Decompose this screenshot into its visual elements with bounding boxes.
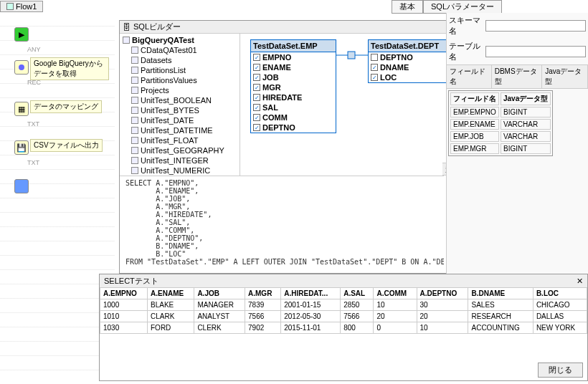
source-node-label: Google BigQueryからデータを取得 xyxy=(30,57,109,80)
entity-column[interactable]: ✓JOB xyxy=(251,72,336,82)
checkbox-icon[interactable]: ✓ xyxy=(253,124,260,131)
checkbox-icon[interactable]: ✓ xyxy=(253,114,260,121)
checkbox-icon[interactable]: ✓ xyxy=(253,94,260,101)
svg-rect-1 xyxy=(348,52,355,59)
flow-canvas[interactable]: ▶ ANY Google BigQueryからデータを取得 REC ▦ データの… xyxy=(0,13,115,384)
entity-column[interactable]: ✓DEPTNO xyxy=(251,123,336,133)
tree-item[interactable]: Projects xyxy=(121,85,238,95)
result-table[interactable]: A.EMPNOA.ENAMEA.JOBA.MGRA.HIREDAT...A.SA… xyxy=(100,287,587,334)
column-header[interactable]: A.ENAME xyxy=(148,288,194,299)
map-node-label: データのマッピング xyxy=(30,100,102,113)
column-header[interactable]: B.DNAME xyxy=(468,288,533,299)
tree-item[interactable]: Datasets xyxy=(121,55,238,65)
column-header[interactable]: A.SAL xyxy=(341,288,374,299)
map-node[interactable]: ▦ xyxy=(14,102,29,116)
tab-dbms-type[interactable]: DBMSデータ型 xyxy=(492,65,543,88)
start-node[interactable]: ▶ xyxy=(14,27,29,42)
tree-item[interactable]: UnitTest_INTEGER xyxy=(121,155,238,165)
tab-basic[interactable]: 基本 xyxy=(392,0,423,14)
entity-column[interactable]: ✓HIREDATE xyxy=(251,92,336,102)
close-icon[interactable]: ✕ xyxy=(577,277,583,286)
entity-emp[interactable]: TestDataSet.EMP ✓EMPNO✓ENAME✓JOB✓MGR✓HIR… xyxy=(250,39,336,133)
tree-item[interactable]: UnitTest_BOOLEAN xyxy=(121,95,238,105)
checkbox-icon[interactable]: ✓ xyxy=(253,74,260,81)
tree-item[interactable]: UnitTest_NUMERIC xyxy=(121,165,238,176)
result-title: SELECTテスト xyxy=(104,276,158,287)
flow-tab[interactable]: Flow1 xyxy=(0,1,43,12)
source-node[interactable] xyxy=(14,60,29,75)
end-node[interactable] xyxy=(14,179,29,193)
tree-item[interactable]: UnitTest_FLOAT xyxy=(121,135,238,145)
connector-label: REC xyxy=(27,79,41,86)
table-icon xyxy=(131,117,138,124)
tab-java-type[interactable]: Javaデータ型 xyxy=(542,65,588,88)
table-input[interactable] xyxy=(485,46,586,57)
column-header[interactable]: A.MGR xyxy=(245,288,281,299)
tree-item[interactable]: UnitTest_GEOGRAPHY xyxy=(121,145,238,155)
tree-item[interactable]: UnitTest_DATE xyxy=(121,115,238,125)
output-node[interactable]: 💾 xyxy=(14,140,29,155)
tree-root[interactable]: BigQueryQATest xyxy=(121,35,238,45)
column-header[interactable]: A.DEPTNO xyxy=(417,288,468,299)
table-icon xyxy=(131,127,138,134)
table-icon xyxy=(131,157,138,164)
tree-item[interactable]: UnitTest_DATETIME xyxy=(121,125,238,135)
entity-column[interactable]: ✓ENAME xyxy=(251,62,336,72)
entity-column[interactable]: ✓DNAME xyxy=(369,62,453,72)
flow-tab-label: Flow1 xyxy=(16,2,37,11)
column-header[interactable]: B.LOC xyxy=(533,288,587,299)
table-icon xyxy=(131,97,138,104)
tree-item[interactable]: UnitTest_BYTES xyxy=(121,105,238,115)
properties-panel: スキーマ名 テーブル名 フィールド名 DBMSデータ型 Javaデータ型 フィー… xyxy=(446,13,588,274)
tab-sql-params[interactable]: SQLパラメーター xyxy=(423,0,502,14)
result-titlebar[interactable]: SELECTテスト ✕ xyxy=(100,274,587,287)
connector-label: TXT xyxy=(27,120,39,128)
entity-column[interactable]: DEPTNO xyxy=(369,52,453,62)
table-row[interactable]: EMP.MGRBIGINT xyxy=(450,143,551,154)
tab-field-name[interactable]: フィールド名 xyxy=(447,65,492,88)
entity-title: TestDataSet.DEPT xyxy=(369,40,453,52)
checkbox-icon[interactable] xyxy=(371,54,378,61)
entity-column[interactable]: ✓LOC xyxy=(369,72,453,82)
entity-dept[interactable]: TestDataSet.DEPT DEPTNO✓DNAME✓LOC xyxy=(368,39,454,83)
table-row[interactable]: EMP.ENAMEVARCHAR xyxy=(450,119,551,130)
column-header[interactable]: A.COMM xyxy=(374,288,417,299)
table-row[interactable]: 1010CLARKANALYST75662012-05-3075662020RE… xyxy=(100,311,587,322)
checkbox-icon[interactable]: ✓ xyxy=(253,84,260,91)
entity-column[interactable]: ✓SAL xyxy=(251,102,336,112)
table-icon xyxy=(131,87,138,94)
connector-label: ANY xyxy=(27,46,41,53)
output-node-label: CSVファイルへ出力 xyxy=(30,139,103,152)
checkbox-icon[interactable]: ✓ xyxy=(253,104,260,111)
table-row[interactable]: EMP.EMPNOBIGINT xyxy=(450,107,551,117)
table-icon xyxy=(131,107,138,114)
tree-item[interactable]: PartitionsList xyxy=(121,65,238,75)
checkbox-icon[interactable]: ✓ xyxy=(253,64,260,71)
table-icon xyxy=(131,57,138,64)
table-row[interactable]: 1030FORDCLERK79022015-11-01800010ACCOUNT… xyxy=(100,322,587,334)
tree-item[interactable]: PartitionsValues xyxy=(121,75,238,85)
entity-column[interactable]: ✓EMPNO xyxy=(251,52,336,62)
column-header[interactable]: A.JOB xyxy=(194,288,245,299)
sql-builder-title: SQLビルダー xyxy=(133,21,181,32)
checkbox-icon[interactable]: ✓ xyxy=(253,54,260,61)
entity-column[interactable]: ✓MGR xyxy=(251,82,336,92)
checkbox-icon[interactable]: ✓ xyxy=(371,64,378,71)
table-row[interactable]: 1000BLAKEMANAGER78392001-01-1528501030SA… xyxy=(100,299,587,311)
tree-item[interactable]: CDataQATest01 xyxy=(121,45,238,55)
folder-icon xyxy=(123,37,130,44)
table-icon xyxy=(131,67,138,74)
entity-column[interactable]: ✓COMM xyxy=(251,112,336,123)
table-row[interactable]: EMP.JOBVARCHAR xyxy=(450,131,551,142)
connector-label: TXT xyxy=(27,159,39,166)
field-grid[interactable]: フィールド名Javaデータ型 EMP.EMPNOBIGINTEMP.ENAMEV… xyxy=(448,90,553,156)
table-icon xyxy=(131,147,138,154)
flow-icon xyxy=(6,3,14,10)
close-button[interactable]: 閉じる xyxy=(538,363,583,378)
schema-tree[interactable]: BigQueryQATest CDataQATest01DatasetsPart… xyxy=(120,34,240,176)
schema-input[interactable] xyxy=(485,20,586,32)
column-header[interactable]: A.EMPNO xyxy=(100,288,148,299)
select-test-dialog: SELECTテスト ✕ A.EMPNOA.ENAMEA.JOBA.MGRA.HI… xyxy=(99,274,588,381)
column-header[interactable]: A.HIREDAT... xyxy=(281,288,341,299)
checkbox-icon[interactable]: ✓ xyxy=(371,74,378,81)
